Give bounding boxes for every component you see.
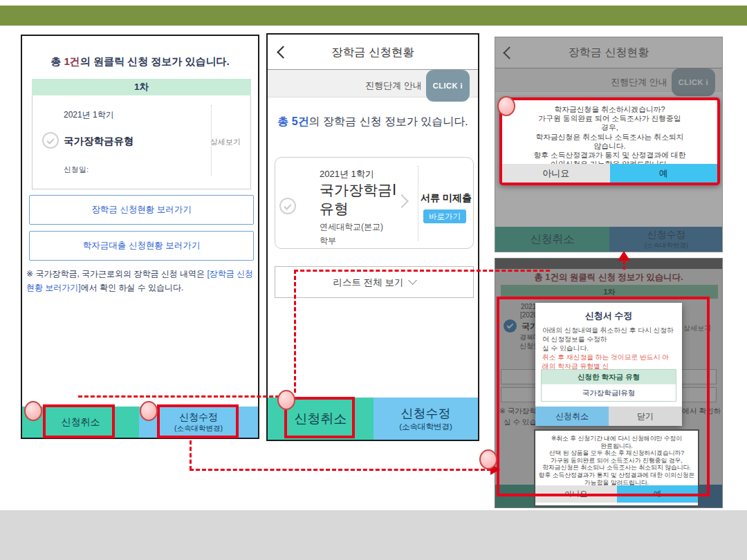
- dialog-no-button[interactable]: 아니요: [502, 164, 610, 183]
- dialog-close-button[interactable]: 닫기: [609, 407, 682, 426]
- flow-line-cancel-right: [294, 270, 550, 272]
- flow-line-stem-up: [623, 261, 625, 270]
- modify-request-dialog: 신청서 수정 아래의 신청내역을 취소하신 후 다시 신청하여 신청정보를 수정…: [535, 303, 682, 426]
- dialog-title: 신청서 수정: [535, 310, 682, 322]
- tap-marker-modify-screen1: [140, 401, 158, 421]
- recancel-confirm-dialog: ※취소 후 신청기간 내에 다시 신청해야만 수정이 완료됩니다. 선택 된 상…: [534, 429, 699, 507]
- application-card: 2021년 1학기 국가장학금유형 상세보기 신청일:: [32, 95, 251, 189]
- degree-label: 학부: [320, 235, 336, 247]
- table-value: 국가장학금I유형: [542, 384, 676, 401]
- flow-line-modify-right: [190, 469, 491, 471]
- top-accent-bar: [0, 6, 747, 26]
- notice-text: ※ 국가장학금, 국가근로외의 장학금 신청 내역은 [장학금 신청현황 보러가…: [26, 267, 257, 295]
- semester-label: 2021년 1학기: [64, 109, 114, 121]
- bottom-footer-bar: [0, 510, 747, 560]
- count-title: 총 5건의 장학금 신청 정보가 있습니다.: [268, 115, 478, 129]
- scholarship-type-line2: 유형: [320, 199, 349, 218]
- goto-loan-status-button[interactable]: 학자금대출 신청현황 보러가기: [29, 231, 254, 261]
- semester-label: 2021년 1학기: [320, 168, 374, 180]
- dialog-yes-button[interactable]: 예: [617, 485, 699, 503]
- arrow-up-icon: [618, 251, 630, 261]
- flow-line-cancel-up: [294, 270, 296, 393]
- round-header: 1차: [32, 79, 251, 95]
- chevron-down-icon: [408, 276, 417, 285]
- apply-date-label: 신청일:: [64, 165, 89, 175]
- document-status: 서류 미제출: [421, 192, 472, 205]
- cancel-confirm-dialog: 학자금신청을 취소하시겠습니까? 가구원 동의완료 되어 소득조사가 진행중일 …: [499, 97, 720, 185]
- check-circle-icon: [42, 132, 59, 149]
- card-divider: [211, 105, 212, 176]
- selected-type-table: 신청한 학자금 유형 국가장학금I유형: [541, 369, 676, 402]
- flow-line-modify-down: [190, 440, 192, 470]
- modify-sub-label: (소속대학변경): [399, 422, 452, 432]
- click-info-badge[interactable]: CLICK i: [426, 70, 470, 102]
- count-highlight: 총 5건: [277, 115, 308, 127]
- screen-cancel-confirm: 장학금 신청현황 진행단계 안내CLICK i 총 5건의 장학금 신청 정보가…: [495, 37, 723, 252]
- table-header: 신청한 학자금 유형: [542, 370, 676, 384]
- chevron-right-icon: [395, 194, 409, 208]
- scholarship-type-line1: 국가장학금Ⅰ: [320, 180, 396, 200]
- progress-info-bar: 진행단계 안내CLICK i: [268, 70, 478, 97]
- header-title: 장학금 신청현황: [268, 35, 478, 69]
- screen-scholarship-status: 장학금 신청현황 진행단계 안내CLICK i 총 5건의 장학금 신청 정보가…: [266, 33, 479, 441]
- dialog-yes-button[interactable]: 예: [610, 164, 718, 183]
- screen-oneclick-list: 총 1건의 원클릭 신청 정보가 있습니다. 1차 2021년 1학기 국가장학…: [21, 35, 259, 439]
- detail-link[interactable]: 상세보기: [210, 137, 241, 147]
- page-title: 총 1건의 원클릭 신청 정보가 있습니다.: [22, 55, 258, 68]
- modify-sub-label: (소속대학변경): [174, 424, 223, 433]
- screen-modify-dialog: 총 1건의 원클릭 신청 정보가 있습니다. 1차 2021 [2020 국가 …: [495, 258, 723, 508]
- scholarship-type: 국가장학금유형: [64, 135, 134, 148]
- goto-scholarship-status-button[interactable]: 장학금 신청현황 보러가기: [29, 195, 254, 225]
- shortcut-button[interactable]: 바로가기: [423, 209, 466, 223]
- check-circle-icon: [279, 198, 296, 214]
- tap-marker-cancel-screen1: [24, 401, 42, 421]
- tap-marker-cancel-screen2: [277, 390, 295, 410]
- application-card[interactable]: 2021년 1학기 국가장학금Ⅰ 유형 서류 미제출 바로가기 연세대학교(본교…: [275, 157, 474, 249]
- warning-text: 취소 후 재신청을 하는 것이므로 반드시 아래의 학자금 유형별 신: [542, 353, 675, 371]
- tap-marker-dialog-screen3: [497, 96, 515, 116]
- dialog-cancel-application-button[interactable]: 신청취소: [535, 407, 609, 426]
- count-highlight: 1건: [64, 55, 80, 67]
- card-divider: [418, 166, 418, 241]
- tap-marker-dialog-screen4: [479, 449, 497, 469]
- flow-line-cancel-to-cancel: [78, 395, 286, 398]
- university-label: 연세대학교(본교): [320, 221, 383, 233]
- modify-application-button[interactable]: 신청수정 (소속대학변경): [374, 398, 478, 440]
- dialog-no-button[interactable]: 아니요: [535, 485, 617, 503]
- header: 장학금 신청현황: [268, 35, 478, 70]
